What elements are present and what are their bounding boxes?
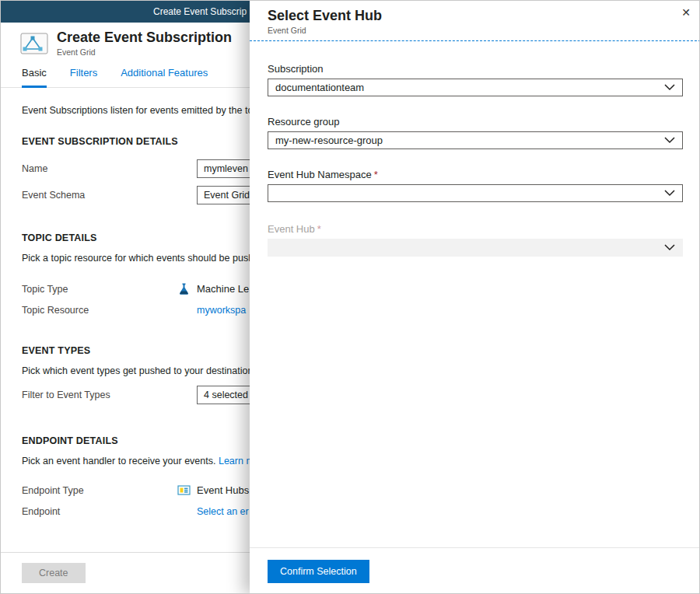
resource-group-select[interactable]: my-new-resource-group [268, 131, 683, 149]
page-title-block: Create Event Subscription Event Grid [57, 30, 232, 57]
topic-type-label: Topic Type [22, 284, 197, 295]
required-asterisk: * [374, 169, 378, 180]
event-hub-label: Event Hub* [268, 223, 683, 235]
name-label: Name [22, 163, 197, 174]
subscription-label: Subscription [268, 63, 683, 75]
chevron-down-icon [664, 137, 675, 144]
endpoint-details-description-text: Pick an event handler to receive your ev… [22, 456, 215, 466]
endpoint-type-label: Endpoint Type [22, 485, 197, 496]
tab-filters[interactable]: Filters [70, 67, 97, 88]
event-hub-namespace-select[interactable] [268, 184, 683, 202]
chevron-down-icon [664, 84, 675, 91]
topic-type-value-row: Machine Le [177, 282, 249, 295]
panel-title: Select Event Hub [268, 8, 683, 24]
required-asterisk: * [317, 223, 321, 235]
event-hub-namespace-field: Event Hub Namespace* [268, 169, 683, 202]
page-subtitle: Event Grid [57, 47, 232, 57]
chevron-down-icon [664, 244, 675, 251]
event-schema-label: Event Schema [22, 190, 197, 201]
event-hub-field: Event Hub* [268, 223, 683, 257]
event-hubs-icon [177, 484, 191, 497]
select-endpoint-link[interactable]: Select an er [197, 506, 249, 517]
machine-learning-icon [177, 282, 191, 295]
subscription-select[interactable]: documentationteam [268, 79, 683, 96]
panel-footer: Confirm Selection [250, 547, 700, 594]
event-hub-namespace-label: Event Hub Namespace* [268, 169, 683, 180]
top-bar-title: Create Event Subscrip [153, 6, 247, 17]
chevron-down-icon [664, 190, 675, 197]
filter-event-types-label: Filter to Event Types [22, 390, 197, 400]
close-icon[interactable]: ✕ [681, 7, 691, 18]
event-grid-icon [20, 33, 48, 54]
subscription-field: Subscription documentationteam [268, 63, 683, 96]
tab-additional-features[interactable]: Additional Features [121, 67, 208, 88]
topic-type-value: Machine Le [197, 283, 249, 295]
event-hub-label-text: Event Hub [268, 223, 315, 235]
subscription-value: documentationteam [275, 82, 364, 93]
create-button[interactable]: Create [22, 563, 86, 583]
event-hub-select [268, 239, 683, 257]
tab-basic[interactable]: Basic [22, 67, 47, 88]
confirm-selection-button[interactable]: Confirm Selection [268, 560, 369, 583]
resource-group-value: my-new-resource-group [275, 135, 383, 146]
endpoint-type-value: Event Hubs [197, 484, 249, 496]
panel-subtitle: Event Grid [268, 26, 683, 35]
filter-event-types-value: 4 selected [204, 390, 248, 400]
event-hub-namespace-label-text: Event Hub Namespace [268, 169, 372, 180]
page-title: Create Event Subscription [57, 30, 232, 46]
select-event-hub-panel: Select Event Hub Event Grid ✕ Subscripti… [250, 1, 700, 594]
resource-group-label: Resource group [268, 116, 683, 128]
topic-resource-label: Topic Resource [22, 305, 197, 316]
endpoint-type-value-row: Event Hubs [177, 484, 249, 497]
topic-resource-link[interactable]: myworkspa [197, 305, 246, 316]
panel-header: Select Event Hub Event Grid ✕ [250, 1, 700, 35]
event-schema-value: Event Grid [204, 190, 250, 201]
panel-body: Subscription documentationteam Resource … [250, 41, 700, 547]
endpoint-label: Endpoint [22, 506, 197, 517]
resource-group-field: Resource group my-new-resource-group [268, 116, 683, 149]
